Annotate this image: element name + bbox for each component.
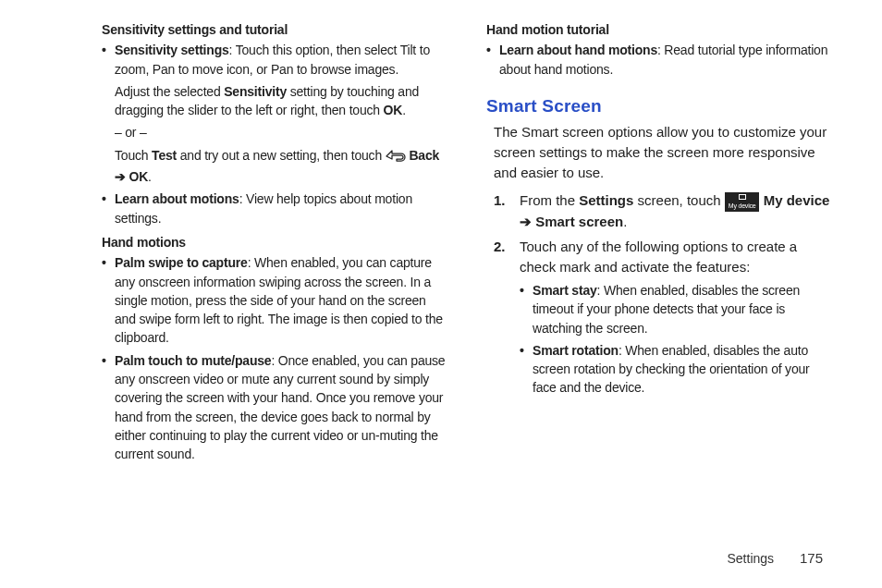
left-column: Sensitivity settings and tutorial • Sens… [102,20,446,468]
bullet-icon: • [520,341,524,360]
smart-screen-title: Smart Screen [486,93,830,119]
hand-motions-heading: Hand motions [102,233,446,251]
learn-motions-item: • Learn about motions: View help topics … [102,190,446,227]
bullet-icon: • [520,281,524,300]
hand-motions-list: • Palm swipe to capture: When enabled, y… [102,253,446,463]
smart-rotation-label: Smart rotation [533,343,619,358]
step-2-text: Touch any of the following options to cr… [520,239,797,275]
page: Sensitivity settings and tutorial • Sens… [0,0,882,588]
palm-touch-item: • Palm touch to mute/pause: Once enabled… [102,351,446,464]
bullet-icon: • [486,41,491,59]
learn-motions-label: Learn about motions [115,191,239,206]
step-number: 2. [494,237,506,257]
palm-swipe-label: Palm swipe to capture [115,255,248,270]
sensitivity-adjust-text: Adjust the selected Sensitivity setting … [115,82,446,120]
palm-swipe-item: • Palm swipe to capture: When enabled, y… [102,253,446,347]
bullet-icon: • [102,253,106,272]
step-2: 2. Touch any of the following options to… [494,237,830,397]
sensitivity-test-text: Touch Test and try out a new setting, th… [115,146,446,187]
sensitivity-settings-item: • Sensitivity settings: Touch this optio… [102,41,446,186]
bullet-icon: • [102,351,106,370]
bullet-icon: • [102,190,106,208]
smart-stay-label: Smart stay [533,283,597,298]
step-number: 1. [494,190,506,211]
sensitivity-settings-label: Sensitivity settings [115,43,229,57]
or-divider: – or – [115,123,446,141]
palm-touch-text: : Once enabled, you can pause any onscre… [115,353,445,461]
bullet-icon: • [102,41,106,59]
footer-section: Settings [727,551,774,566]
smart-rotation-item: • Smart rotation: When enabled, disables… [520,341,830,398]
footer-page-number: 175 [800,550,823,566]
my-device-icon: My device [725,192,760,212]
palm-touch-label: Palm touch to mute/pause [115,353,271,368]
hand-tutorial-list: • Learn about hand motions: Read tutoria… [486,41,830,79]
smart-stay-item: • Smart stay: When enabled, disables the… [520,281,830,337]
learn-hand-motions-item: • Learn about hand motions: Read tutoria… [486,41,830,79]
smart-screen-intro: The Smart screen options allow you to cu… [486,122,830,182]
smart-screen-steps: 1. From the Settings screen, touch My de… [486,190,830,398]
right-column: Hand motion tutorial • Learn about hand … [486,20,830,468]
page-footer: Settings 175 [727,550,823,566]
smart-features-list: • Smart stay: When enabled, disables the… [520,281,830,398]
hand-tutorial-heading: Hand motion tutorial [486,20,830,39]
two-column-layout: Sensitivity settings and tutorial • Sens… [102,20,830,468]
back-icon [386,149,406,167]
sensitivity-heading: Sensitivity settings and tutorial [102,20,446,39]
step-1: 1. From the Settings screen, touch My de… [494,190,830,232]
sensitivity-list: • Sensitivity settings: Touch this optio… [102,41,446,227]
learn-hand-motions-label: Learn about hand motions [499,43,657,57]
